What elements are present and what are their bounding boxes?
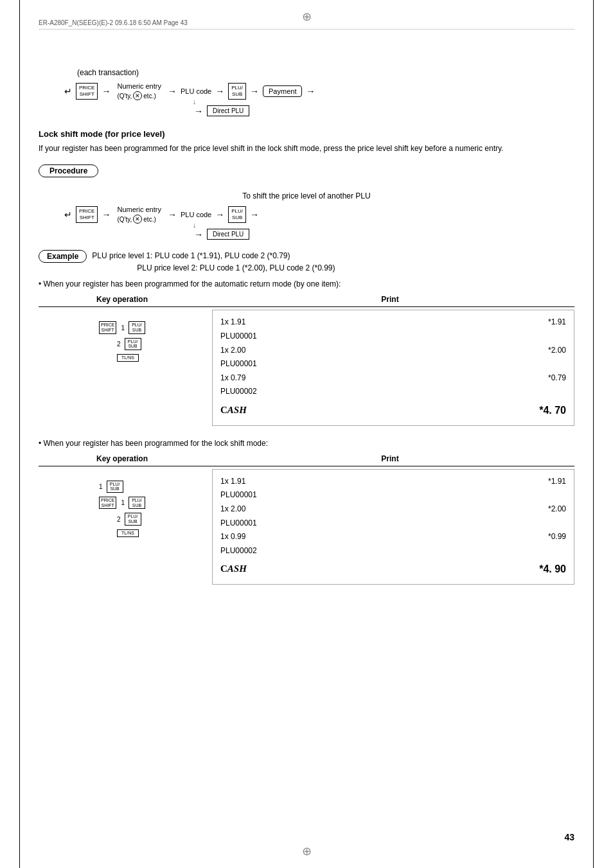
table2: Key operation Print 1 PLU/SUB PRICESHIFT… — [39, 454, 574, 585]
direct-plu-box-proc: Direct PLU — [207, 229, 249, 240]
example-badge: Example — [39, 250, 87, 263]
bottom-crosshair: ⊕ — [302, 844, 312, 858]
ks2-tlns: TL/NS — [117, 529, 139, 537]
ks2-plu-sub-2: PLU/SUB — [125, 513, 141, 525]
ks2-plu-sub-0: PLU/SUB — [107, 481, 123, 493]
example-row: Example PLU price level 1: PLU code 1 (*… — [39, 250, 574, 274]
multiply-icon-top: ✕ — [133, 91, 142, 100]
return-arrow-proc: ↵ — [64, 209, 72, 220]
page-number: 43 — [564, 832, 574, 842]
arrow3: → — [215, 86, 224, 96]
ks-plu-sub-1: PLU/SUB — [129, 321, 145, 333]
cash-label-1: CASH — [220, 402, 247, 420]
table1-print-header: Print — [206, 295, 574, 306]
arrow-proc-3: → — [215, 209, 224, 220]
arrow-proc-1: → — [102, 209, 111, 220]
table2-key-header: Key operation — [39, 454, 206, 466]
each-transaction-label: (each transaction) — [77, 68, 574, 77]
table1-key-col: PRICESHIFT 1 PLU/SUB 2 PLU/SUB TL/NS — [39, 310, 206, 364]
table1-print-col: 1x 1.91*1.91 PLU00001 1x 2.00*2.00 PLU00… — [212, 310, 574, 425]
top-crosshair: ⊕ — [302, 10, 312, 24]
price-shift-box-top: PRICESHIFT — [76, 83, 98, 99]
payment-box-top: Payment — [263, 85, 302, 97]
ks2-price-shift: PRICESHIFT — [99, 497, 116, 509]
table2-key-col: 1 PLU/SUB PRICESHIFT 1 PLU/SUB 2 PLU/SUB… — [39, 469, 206, 540]
procedure-flow-diagram: ↵ PRICESHIFT → Numeric entry (Q'ty, ✕ et… — [64, 206, 574, 240]
to-shift-label: To shift the price level of another PLU — [39, 191, 574, 200]
arrow-proc-2: → — [168, 209, 177, 220]
table1-key-header: Key operation — [39, 295, 206, 306]
ks-tlns: TL/NS — [117, 354, 139, 362]
ks2-plu-sub-1: PLU/SUB — [129, 497, 145, 509]
arrow4: → — [250, 86, 259, 96]
procedure-badge: Procedure — [39, 164, 98, 177]
arrow5: → — [306, 86, 315, 96]
table2-print-col: 1x 1.91*1.91 PLU00001 1x 2.00*2.00 PLU00… — [212, 469, 574, 585]
arrow-direct-proc: → — [194, 229, 203, 240]
example-text: PLU price level 1: PLU code 1 (*1.91), P… — [92, 250, 335, 274]
numeric-entry-group-top: Numeric entry (Q'ty, ✕ etc.) — [117, 82, 161, 100]
cash-value-1: *4. 70 — [539, 402, 566, 420]
table2-print-header: Print — [206, 454, 574, 466]
arrow-direct-top: → — [194, 106, 203, 116]
return-arrow-top: ↵ — [64, 86, 72, 96]
lock-shift-title: Lock shift mode (for price level) — [39, 129, 574, 139]
arrow1: → — [102, 86, 111, 96]
lock-shift-desc: If your register has been programmed for… — [39, 143, 574, 154]
numeric-entry-group-proc: Numeric entry (Q'ty, ✕ etc.) — [117, 206, 161, 224]
table1: Key operation Print PRICESHIFT 1 PLU/SUB… — [39, 295, 574, 425]
multiply-icon-proc: ✕ — [133, 215, 142, 224]
arrow-proc-4: → — [250, 209, 259, 220]
plu-sub-box-top: PLU/SUB — [228, 83, 246, 99]
direct-plu-box-top: Direct PLU — [207, 105, 249, 116]
arrow2: → — [168, 86, 177, 96]
cash-label-2: CASH — [220, 560, 247, 579]
ks-plu-sub-2: PLU/SUB — [125, 338, 141, 350]
ks-price-shift: PRICESHIFT — [99, 321, 116, 333]
top-flow-diagram: ↵ PRICESHIFT → Numeric entry (Q'ty, ✕ et… — [64, 82, 574, 116]
note2: • When your register has been programmed… — [39, 439, 574, 448]
price-shift-box-proc: PRICESHIFT — [76, 206, 98, 222]
note1: • When your register has been programmed… — [39, 279, 574, 288]
cash-value-2: *4. 90 — [539, 560, 566, 579]
plu-sub-box-proc: PLU/SUB — [228, 206, 246, 222]
